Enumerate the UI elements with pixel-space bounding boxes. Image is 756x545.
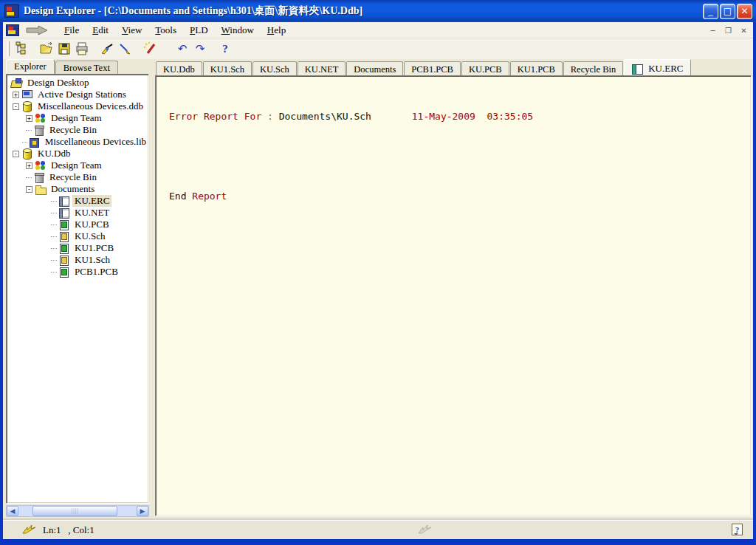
tree-item-miscellaneous-devices-ddb[interactable]: -Miscellaneous Devices.ddb [8,100,148,112]
tree-item-ku-sch[interactable]: KU.Sch [8,230,148,242]
tree-item-label: KU.Sch [72,230,108,242]
mdi-minimize-button[interactable]: ─ [707,25,719,36]
tree-item-recycle-bin[interactable]: Recycle Bin [8,171,148,183]
tree-item-ku-ddb[interactable]: -KU.Ddb [8,148,148,160]
tree-item-recycle-bin[interactable]: Recycle Bin [8,124,148,136]
scroll-left-icon[interactable]: ◀ [7,506,18,516]
tree-item-documents[interactable]: -Documents [8,183,148,195]
collapse-icon[interactable]: - [26,186,32,193]
explorer-panel-toggle-icon[interactable] [13,40,30,58]
report-header-line: Error Report For : Documents\KU.Sch 11-M… [169,110,751,123]
tree-connector [51,224,57,225]
desktop-icon [11,78,23,88]
doc-tab-label: Recycle Bin [571,64,616,75]
tree-item-label: KU.NET [72,207,111,219]
tree-item-ku-net[interactable]: KU.NET [8,207,148,219]
tab-browse-text[interactable]: Browse Text [55,61,118,74]
doc-tab-documents[interactable]: Documents [346,61,403,75]
tree-item-ku1-sch[interactable]: KU1.Sch [8,254,148,266]
app-mini-logo-icon[interactable] [6,24,19,36]
doc-tab-ku-net[interactable]: KU.NET [298,61,346,75]
doc-tab-label: KU.NET [305,64,338,75]
tree-connector [51,236,57,237]
wire-tool-icon[interactable] [116,40,134,58]
schdoc-icon [58,255,70,265]
tab-explorer[interactable]: Explorer [6,59,55,74]
doc-tab-label: KU1.Sch [210,64,244,75]
recycle-icon [33,172,45,182]
tree-item-design-team[interactable]: +Design Team [8,160,148,171]
tree-connector [26,130,32,131]
cursor-flick-icon [22,524,37,537]
redo-icon[interactable]: ↷ [191,40,209,58]
menu-pld[interactable]: PLD [183,23,215,38]
document-panel: KU.DdbKU1.SchKU.SchKU.NETDocumentsPCB1.P… [155,59,752,520]
doc-tab-ku-ddb[interactable]: KU.Ddb [156,61,202,75]
doc-tab-recycle-bin[interactable]: Recycle Bin [563,61,623,75]
library-icon [29,137,41,147]
tree-item-label: Design Team [49,112,104,124]
brush-probe-icon[interactable] [98,40,116,58]
tree-item-design-desktop[interactable]: Design Desktop [8,77,148,89]
schdoc-icon [58,231,70,241]
explorer-panel-tabs: Explorer Browse Text [6,59,152,74]
expand-icon[interactable]: + [26,115,32,122]
doc-tab-ku1-sch[interactable]: KU1.Sch [203,61,252,75]
tree-item-active-design-stations[interactable]: +Active Design Stations [8,89,148,100]
mdi-controls: ─ ❐ ✕ [707,25,750,36]
tree-horizontal-scrollbar[interactable]: ◀ ▶ [6,505,149,517]
expand-icon[interactable]: + [13,92,19,98]
tree-item-label: PCB1.PCB [72,266,120,278]
open-document-icon[interactable] [38,40,55,58]
document-menu-arrow-icon[interactable] [25,24,50,36]
toolbar-grip[interactable] [7,41,10,56]
menu-bar: FileEditViewToolsPLDWindowHelp ─ ❐ ✕ [3,22,753,38]
textdoc-icon [58,208,70,218]
status-help-icon[interactable]: ? [732,524,743,535]
maximize-button[interactable]: □ [720,4,735,19]
toolbar: ↶ ↷ ? [3,38,753,59]
doc-tab-label: KU1.PCB [518,64,555,75]
tree-item-pcb1-pcb[interactable]: PCB1.PCB [8,266,148,278]
wizard-wand-icon[interactable] [141,40,159,58]
expand-icon[interactable]: + [26,162,32,169]
doc-tab-ku-pcb[interactable]: KU.PCB [461,61,509,75]
collapse-icon[interactable]: - [13,151,19,157]
error-report-content[interactable]: Error Report For : Documents\KU.Sch 11-M… [155,75,752,516]
menu-file[interactable]: File [58,23,86,38]
doc-tab-ku1-pcb[interactable]: KU1.PCB [510,61,563,75]
close-button[interactable]: ✕ [737,4,752,19]
scroll-right-icon[interactable]: ▶ [137,506,148,516]
tree-item-label: Miscellaneous Devices.ddb [35,100,145,112]
undo-icon[interactable]: ↶ [173,40,191,58]
menu-items: FileEditViewToolsPLDWindowHelp [58,23,292,38]
scrollbar-thumb[interactable] [32,506,117,516]
tree-item-label: Recycle Bin [47,171,99,183]
tree-connector [22,142,27,143]
minimize-button[interactable]: _ [703,4,718,19]
save-icon[interactable] [55,40,73,58]
collapse-icon[interactable]: - [13,103,19,110]
tree-item-ku-erc[interactable]: KU.ERC [8,195,148,207]
mdi-close-button[interactable]: ✕ [738,25,750,36]
doc-tab-ku-sch[interactable]: KU.Sch [252,61,297,75]
scrollbar-track[interactable] [18,506,137,516]
tree-item-ku-pcb[interactable]: KU.PCB [8,219,148,230]
menu-help[interactable]: Help [261,23,292,38]
help-icon[interactable]: ? [216,40,234,58]
menu-edit[interactable]: Edit [86,23,115,38]
tree-item-ku1-pcb[interactable]: KU1.PCB [8,242,148,254]
tree-connector [51,201,57,202]
database-icon [21,101,33,112]
print-icon[interactable] [73,40,91,58]
doc-tab-ku-erc[interactable]: KU.ERC [624,59,690,75]
doc-tab-pcb1-pcb[interactable]: PCB1.PCB [404,61,461,75]
menu-tools[interactable]: Tools [148,23,183,38]
menu-window[interactable]: Window [215,23,261,38]
mdi-restore-button[interactable]: ❐ [722,25,735,36]
report-end-line: End Report [169,190,751,203]
doc-tab-label: KU.ERC [648,63,683,75]
tree-item-miscellaneous-devices-lib[interactable]: Miscellaneous Devices.lib [8,136,148,148]
menu-view[interactable]: View [115,23,148,38]
tree-item-design-team[interactable]: +Design Team [8,112,148,124]
